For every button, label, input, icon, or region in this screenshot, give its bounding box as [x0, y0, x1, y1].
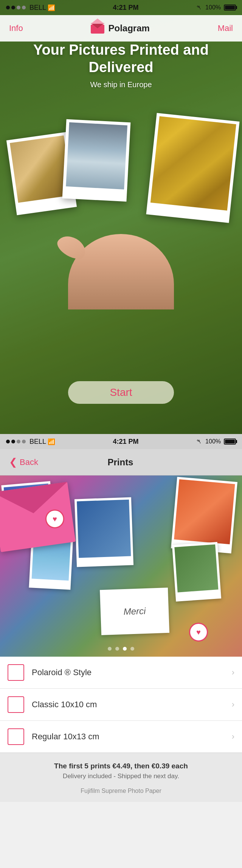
- battery-icon-2: [224, 439, 236, 445]
- signal-dot-3: [17, 6, 20, 9]
- bluetooth-icon: ⯲: [196, 4, 202, 11]
- hero-photos: [0, 113, 242, 309]
- signal-dot2-2: [11, 440, 15, 443]
- wifi-icon: 📶: [48, 4, 55, 11]
- back-arrow-icon: ❮: [9, 456, 17, 468]
- carousel-dots: [108, 647, 134, 651]
- merci-card: Merci: [100, 588, 169, 635]
- carousel-dot-3[interactable]: [123, 647, 127, 651]
- app-title-wrap: Polagram: [91, 23, 149, 34]
- carousel-dot-2[interactable]: [115, 647, 119, 651]
- carousel-photo-3: [74, 497, 133, 567]
- signal-dot2-3: [17, 440, 20, 443]
- product-item-classic[interactable]: Classic 10x10 cm ›: [0, 689, 242, 721]
- footer-info: The first 5 prints €4.49, then €0.39 eac…: [0, 753, 242, 802]
- stamp-seal-2: ♥: [189, 623, 208, 642]
- carousel-dot-1[interactable]: [108, 647, 112, 651]
- classic-chevron-icon: ›: [232, 700, 234, 709]
- battery-fill-2: [225, 440, 235, 443]
- product-item-polaroid[interactable]: Polaroid ® Style ›: [0, 657, 242, 689]
- hero-title: Your Pictures Printed and Delivered: [0, 42, 242, 76]
- hero-subtitle: We ship in Europe: [0, 80, 242, 89]
- signal-dot2-1: [6, 440, 10, 443]
- pink-envelope: [0, 482, 76, 552]
- carousel-photo-5: [172, 542, 221, 602]
- carousel-photo-img-3: [77, 500, 131, 558]
- product-item-regular[interactable]: Regular 10x13 cm ›: [0, 721, 242, 753]
- photo-image-2: [66, 122, 127, 189]
- classic-checkbox[interactable]: [8, 696, 24, 713]
- envelope-flap: [91, 23, 104, 28]
- regular-label: Regular 10x13 cm: [32, 732, 232, 742]
- signal-dot-4: [22, 6, 26, 9]
- signal-dot-2: [11, 6, 15, 9]
- status-bar-1: BELL 📶 4:21 PM ⯲ 100%: [0, 0, 242, 15]
- carousel-photo-img-5: [174, 544, 218, 592]
- polagram-logo-icon: [91, 23, 104, 34]
- signal-dot2-4: [22, 440, 26, 443]
- regular-chevron-icon: ›: [232, 732, 234, 742]
- polaroid-label: Polaroid ® Style: [32, 668, 232, 677]
- classic-label: Classic 10x10 cm: [32, 700, 232, 709]
- back-button[interactable]: ❮ Back: [9, 456, 38, 468]
- signal-area: BELL 📶: [6, 4, 55, 12]
- battery-fill: [225, 6, 235, 9]
- price-text: The first 5 prints €4.49, then €0.39 eac…: [9, 762, 233, 770]
- heart-icon-2: ♥: [196, 628, 201, 637]
- delivery-text: Delivery included - Shipped the next day…: [9, 773, 233, 780]
- paper-text: Fujifilm Supreme Photo Paper: [9, 788, 233, 794]
- status-time: 4:21 PM: [113, 4, 139, 12]
- thumb-graphic: [54, 231, 90, 263]
- carousel[interactable]: ♥ ♥ Merci: [0, 476, 242, 657]
- signal-area-2: BELL 📶: [6, 438, 55, 446]
- screen1: BELL 📶 4:21 PM ⯲ 100% Info Polagram Mai: [0, 0, 242, 434]
- screen2: BELL 📶 4:21 PM ⯲ 100% ❮ Back Prints: [0, 434, 242, 802]
- stamp-seal-1: ♥: [45, 509, 64, 528]
- navbar-1: Info Polagram Mail: [0, 15, 242, 42]
- signal-dot-1: [6, 6, 10, 9]
- wifi-icon-2: 📶: [48, 438, 55, 445]
- hero-content: Your Pictures Printed and Delivered We s…: [0, 42, 242, 89]
- back-label: Back: [20, 457, 38, 467]
- start-button[interactable]: Start: [68, 381, 174, 404]
- start-button-wrap: Start: [68, 381, 174, 404]
- status-bar-2: BELL 📶 4:21 PM ⯲ 100%: [0, 434, 242, 449]
- carrier-label-2: BELL: [29, 438, 46, 446]
- regular-checkbox[interactable]: [8, 728, 24, 745]
- polaroid-chevron-icon: ›: [232, 668, 234, 677]
- status-time-2: 4:21 PM: [113, 438, 139, 446]
- navbar-2: ❮ Back Prints: [0, 449, 242, 476]
- polaroid-checkbox[interactable]: [8, 664, 24, 681]
- bluetooth-icon-2: ⯲: [196, 438, 202, 445]
- carousel-photo-4: [171, 477, 237, 553]
- product-list: Polaroid ® Style › Classic 10x10 cm › Re…: [0, 657, 242, 753]
- photo-image-3: [150, 116, 236, 211]
- carrier-label: BELL: [29, 4, 46, 12]
- battery-percent-2: 100%: [205, 438, 221, 445]
- battery-percent: 100%: [205, 4, 221, 11]
- envelope-flap-open: [91, 18, 104, 24]
- hand-graphic: [68, 234, 174, 309]
- carousel-photo-img-4: [174, 479, 235, 544]
- photo-card-3: [146, 113, 239, 223]
- battery-icon: [224, 5, 236, 11]
- photo-card-2: [62, 119, 131, 202]
- battery-area: ⯲ 100%: [196, 4, 236, 11]
- carousel-dot-4[interactable]: [130, 647, 134, 651]
- info-button[interactable]: Info: [9, 23, 23, 33]
- mail-button[interactable]: Mail: [218, 23, 233, 33]
- app-title: Polagram: [108, 23, 149, 34]
- battery-area-2: ⯲ 100%: [196, 438, 236, 445]
- heart-icon-1: ♥: [53, 515, 57, 523]
- prints-title: Prints: [107, 457, 133, 468]
- merci-text: Merci: [123, 606, 146, 617]
